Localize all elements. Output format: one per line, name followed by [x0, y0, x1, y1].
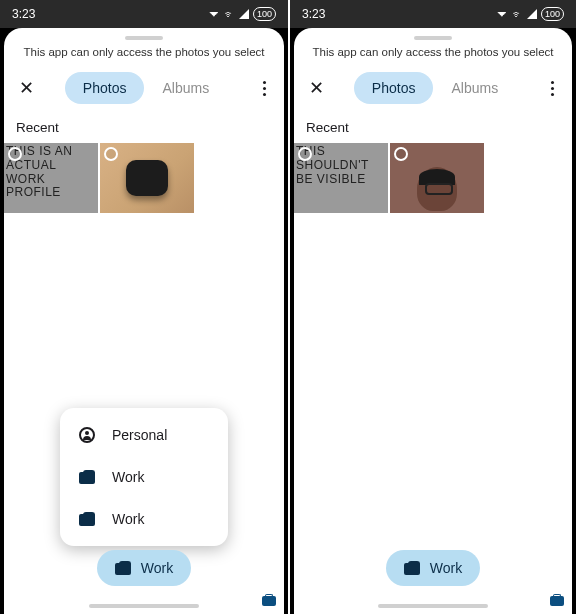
photo-grid: THIS IS AN ACTUAL WORK PROFILE — [4, 143, 284, 213]
briefcase-icon — [78, 468, 96, 486]
status-right: ⏷ ᯤ 100 — [496, 7, 564, 21]
access-message: This app can only access the photos you … — [4, 46, 284, 72]
popup-label: Work — [112, 511, 144, 527]
select-circle-icon[interactable] — [8, 147, 22, 161]
select-circle-icon[interactable] — [104, 147, 118, 161]
left-screenshot: 3:23 ⏷ ᯤ 100 This app can only access th… — [0, 0, 288, 614]
photo-thumb[interactable]: THIS SHOULDN'T BE VISIBLE — [294, 143, 388, 213]
status-bar: 3:23 ⏷ ᯤ 100 — [290, 0, 576, 28]
gesture-bar[interactable] — [378, 604, 488, 608]
headphone-icon: ⏷ — [208, 7, 220, 21]
profile-switcher-popup: Personal Work Work — [60, 408, 228, 546]
photo-grid: THIS SHOULDN'T BE VISIBLE — [294, 143, 572, 213]
picker-sheet: This app can only access the photos you … — [294, 28, 572, 614]
briefcase-icon — [550, 594, 564, 606]
popup-item-work[interactable]: Work — [60, 456, 228, 498]
briefcase-icon — [115, 561, 131, 575]
more-icon[interactable] — [252, 81, 276, 96]
person-icon — [78, 426, 96, 444]
drag-handle[interactable] — [125, 36, 163, 40]
gesture-bar[interactable] — [89, 604, 199, 608]
headphone-icon: ⏷ — [496, 7, 508, 21]
select-circle-icon[interactable] — [394, 147, 408, 161]
tab-albums[interactable]: Albums — [433, 72, 516, 104]
profile-chip-label: Work — [141, 560, 173, 576]
close-icon[interactable]: ✕ — [302, 77, 330, 99]
signal-icon — [239, 9, 249, 19]
picker-sheet: This app can only access the photos you … — [4, 28, 284, 614]
briefcase-icon — [404, 561, 420, 575]
profile-chip[interactable]: Work — [97, 550, 191, 586]
status-time: 3:23 — [12, 7, 35, 21]
wifi-icon: ᯤ — [224, 8, 235, 20]
popup-item-work[interactable]: Work — [60, 498, 228, 540]
photo-thumb[interactable] — [390, 143, 484, 213]
briefcase-icon — [262, 594, 276, 606]
battery-pill: 100 — [541, 7, 564, 21]
close-icon[interactable]: ✕ — [12, 77, 40, 99]
section-recent: Recent — [294, 120, 572, 143]
access-message: This app can only access the photos you … — [294, 46, 572, 72]
battery-pill: 100 — [253, 7, 276, 21]
selfie-face — [417, 167, 457, 211]
tab-photos[interactable]: Photos — [354, 72, 434, 104]
tab-albums[interactable]: Albums — [144, 72, 227, 104]
status-right: ⏷ ᯤ 100 — [208, 7, 276, 21]
tab-photos[interactable]: Photos — [65, 72, 145, 104]
wifi-icon: ᯤ — [512, 8, 523, 20]
drag-handle[interactable] — [414, 36, 452, 40]
more-icon[interactable] — [540, 81, 564, 96]
popup-label: Work — [112, 469, 144, 485]
photo-thumb[interactable] — [100, 143, 194, 213]
photo-thumb[interactable]: THIS IS AN ACTUAL WORK PROFILE — [4, 143, 98, 213]
right-screenshot: 3:23 ⏷ ᯤ 100 This app can only access th… — [288, 0, 576, 614]
profile-chip-label: Work — [430, 560, 462, 576]
status-time: 3:23 — [302, 7, 325, 21]
section-recent: Recent — [4, 120, 284, 143]
popup-label: Personal — [112, 427, 167, 443]
status-bar: 3:23 ⏷ ᯤ 100 — [0, 0, 288, 28]
profile-chip[interactable]: Work — [386, 550, 480, 586]
earbuds-case — [126, 160, 168, 196]
popup-item-personal[interactable]: Personal — [60, 414, 228, 456]
briefcase-icon — [78, 510, 96, 528]
select-circle-icon[interactable] — [298, 147, 312, 161]
signal-icon — [527, 9, 537, 19]
